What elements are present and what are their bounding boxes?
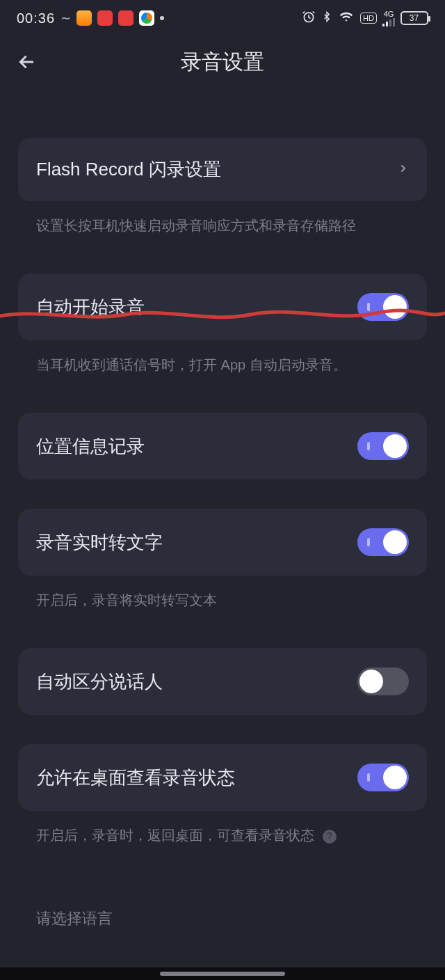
setting-label: 位置信息记录 — [36, 434, 145, 459]
status-tilde: ∼ — [60, 10, 71, 26]
notif-app-icon-4 — [139, 10, 154, 26]
svg-rect-1 — [382, 24, 385, 26]
notif-overflow-dot — [160, 16, 164, 20]
setting-hint: 当耳机收到通话信号时，打开 App 自动启动录音。 — [18, 340, 427, 375]
setting-flash-record[interactable]: Flash Record 闪录设置 — [18, 138, 427, 201]
toggle-speaker-diarization[interactable] — [357, 667, 409, 695]
setting-hint: 开启后，录音将实时转写文本 — [18, 576, 427, 610]
setting-hint: 设置长按耳机快速启动录音响应方式和录音存储路径 — [18, 201, 427, 236]
notif-app-icon-1 — [76, 10, 92, 26]
chevron-right-icon — [398, 159, 409, 181]
page-title: 录音设置 — [181, 48, 264, 77]
setting-label: 自动区分说话人 — [36, 670, 163, 694]
alarm-icon — [302, 10, 316, 27]
setting-label: Flash Record 闪录设置 — [36, 157, 221, 182]
setting-realtime-transcribe: 录音实时转文字 — [18, 509, 427, 576]
svg-rect-4 — [393, 18, 395, 26]
battery-indicator: 37 — [400, 11, 428, 25]
back-button[interactable] — [13, 48, 40, 76]
signal-4g-icon: 4G — [382, 10, 395, 26]
toggle-auto-start-recording[interactable] — [357, 293, 409, 321]
setting-label: 自动开始录音 — [36, 295, 145, 319]
help-icon[interactable]: ? — [323, 830, 337, 844]
svg-rect-3 — [389, 19, 391, 26]
section-language: 请选择语言 — [18, 908, 427, 929]
setting-label: 允许在桌面查看录音状态 — [36, 766, 235, 790]
notif-app-icon-2 — [97, 10, 113, 26]
toggle-location-record[interactable] — [357, 432, 409, 460]
notif-app-icon-3 — [118, 10, 134, 26]
wifi-icon — [338, 10, 355, 27]
bluetooth-icon — [321, 9, 332, 28]
home-indicator[interactable] — [160, 972, 285, 976]
setting-hint: 开启后，录音时，返回桌面，可查看录音状态 ? — [18, 811, 427, 846]
toggle-realtime-transcribe[interactable] — [357, 528, 409, 556]
setting-desktop-status: 允许在桌面查看录音状态 — [18, 744, 427, 811]
status-time: 00:36 — [17, 10, 55, 26]
hint-text: 开启后，录音时，返回桌面，可查看录音状态 — [36, 828, 314, 843]
setting-auto-start-recording: 自动开始录音 — [18, 274, 427, 340]
page-header: 录音设置 — [0, 36, 445, 88]
hd-indicator: HD — [360, 13, 377, 24]
setting-label: 录音实时转文字 — [36, 530, 163, 555]
setting-speaker-diarization: 自动区分说话人 — [18, 648, 427, 715]
svg-rect-2 — [386, 22, 388, 26]
status-bar: 00:36 ∼ HD 4G 37 — [0, 0, 445, 36]
toggle-desktop-status[interactable] — [357, 764, 409, 791]
setting-location-record: 位置信息记录 — [18, 413, 427, 480]
